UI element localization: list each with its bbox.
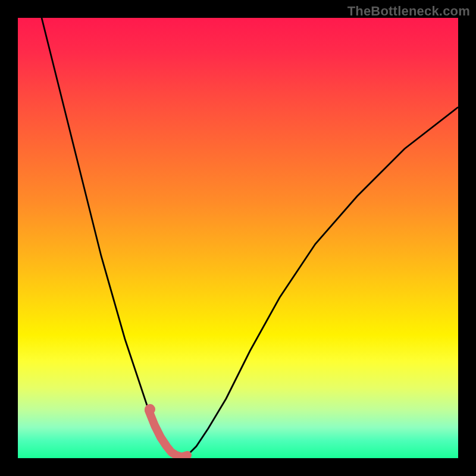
valley-highlight <box>149 411 187 457</box>
highlight-dot <box>145 404 155 415</box>
chart-frame: TheBottleneck.com <box>0 0 476 476</box>
plot-area <box>18 18 458 458</box>
watermark-text: TheBottleneck.com <box>347 4 470 19</box>
bottleneck-curve <box>42 18 458 457</box>
chart-svg <box>18 18 458 458</box>
